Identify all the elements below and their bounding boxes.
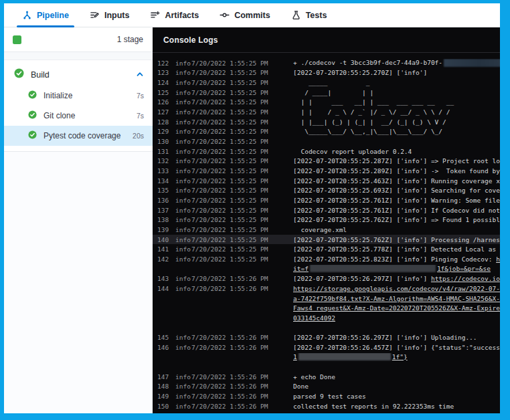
- log-line[interactable]: 145 info 7/20/2022 1:55:26 PM [2022-07-2…: [153, 332, 500, 342]
- log-line[interactable]: Faws4_request&X-Amz-Date=20220720T205526…: [153, 303, 500, 313]
- stage-group-label: Build: [31, 70, 129, 80]
- log-message: + echo Done: [293, 373, 500, 381]
- log-line[interactable]: 130 info 7/20/2022 1:55:25 PM: [153, 136, 500, 146]
- log-message: \_____\___/ \__,_|\___|\___\___/ \_/: [293, 128, 500, 135]
- log-line[interactable]: 149 info 7/20/2022 1:55:26 PM parsed 9 t…: [153, 391, 500, 401]
- log-line[interactable]: [153, 362, 500, 372]
- log-line[interactable]: 125 info 7/20/2022 1:55:25 PM / ____| | …: [153, 88, 500, 98]
- log-line[interactable]: 134 info 7/20/2022 1:55:25 PM [2022-07-2…: [153, 176, 500, 186]
- log-level: info: [175, 148, 191, 155]
- log-timestamp: 7/20/2022 1:55:25 PM: [191, 98, 293, 106]
- log-link[interactable]: 033145c4092: [293, 314, 335, 322]
- log-line[interactable]: [153, 323, 500, 333]
- tab-label: Artifacts: [165, 11, 199, 20]
- log-level: info: [175, 128, 191, 135]
- step-pytest-code-coverage[interactable]: Pytest code coverage 20s: [4, 126, 153, 146]
- log-message: [2022-07-20T20:55:26.297Z] ['info'] http…: [293, 275, 500, 282]
- log-link[interactable]: 1f&job=&pr=&se: [437, 265, 491, 272]
- log-level: info: [175, 108, 191, 116]
- log-line-number: 143: [153, 275, 175, 282]
- log-level: info: [175, 393, 191, 400]
- log-link[interactable]: it=f: [293, 265, 309, 272]
- log-link[interactable]: a-7422f759bf84.txt?X-Amz-Algorithm=AWS4-…: [293, 295, 500, 302]
- log-text-segment: [2022-07-20T20:55:25.463Z] ['info'] Runn…: [293, 177, 500, 185]
- log-line[interactable]: 129 info 7/20/2022 1:55:25 PM \_____\___…: [153, 127, 500, 137]
- log-line[interactable]: 133 info 7/20/2022 1:55:25 PM [2022-07-2…: [153, 166, 500, 176]
- log-line[interactable]: 150 info 7/20/2022 1:55:26 PM collected …: [153, 401, 500, 411]
- log-timestamp: 7/20/2022 1:55:25 PM: [191, 236, 293, 243]
- log-line[interactable]: 126 info 7/20/2022 1:55:25 PM | | ___ __…: [153, 98, 500, 108]
- log-line[interactable]: 122 info 7/20/2022 1:55:25 PM + ./codeco…: [153, 58, 500, 68]
- stage-sidebar: 1 stage Build Initialize: [4, 27, 153, 413]
- log-timestamp: 7/20/2022 1:55:25 PM: [191, 60, 293, 67]
- log-line[interactable]: 148 info 7/20/2022 1:55:26 PM Done: [153, 382, 500, 392]
- log-level: info: [175, 118, 191, 126]
- log-link[interactable]: ht: [496, 255, 500, 263]
- log-line[interactable]: 147 info 7/20/2022 1:55:26 PM + echo Don…: [153, 372, 500, 382]
- log-text-segment: [2022-07-20T20:55:25.762Z] ['info'] Proc…: [293, 236, 500, 243]
- log-line[interactable]: a-7422f759bf84.txt?X-Amz-Algorithm=AWS4-…: [153, 294, 500, 304]
- console-log-list[interactable]: 122 info 7/20/2022 1:55:25 PM + ./codeco…: [153, 53, 500, 413]
- log-link[interactable]: https://codecov.io: [431, 275, 500, 282]
- step-git-clone[interactable]: Git clone 7s: [4, 106, 153, 126]
- log-line[interactable]: 138 info 7/20/2022 1:55:25 PM [2022-07-2…: [153, 215, 500, 225]
- log-line[interactable]: 140 info 7/20/2022 1:55:25 PM [2022-07-2…: [153, 235, 500, 245]
- stage-group-build[interactable]: Build: [4, 64, 153, 86]
- log-line[interactable]: 137 info 7/20/2022 1:55:25 PM [2022-07-2…: [153, 205, 500, 215]
- step-initialize[interactable]: Initialize 7s: [4, 86, 153, 106]
- log-level: info: [175, 403, 191, 410]
- log-line-number: 128: [153, 118, 175, 126]
- tab-artifacts[interactable]: Artifacts: [150, 3, 199, 27]
- log-text-segment: [2022-07-20T20:55:25.761Z] ['info'] If C…: [293, 207, 500, 214]
- tab-commits[interactable]: Commits: [220, 3, 270, 27]
- log-line[interactable]: 131 info 7/20/2022 1:55:25 PM Codecov re…: [153, 146, 500, 156]
- log-text-segment: [2022-07-20T20:55:26.297Z] ['info'] Uplo…: [293, 334, 477, 341]
- chevron-up-icon[interactable]: [136, 69, 144, 81]
- success-check-icon: [28, 110, 37, 122]
- tests-icon: [291, 10, 301, 20]
- log-link[interactable]: 1f"}: [392, 353, 408, 360]
- log-line-number: 129: [153, 128, 175, 135]
- log-link[interactable]: 1: [293, 353, 297, 360]
- log-timestamp: 7/20/2022 1:55:25 PM: [191, 89, 293, 96]
- log-line[interactable]: it=f1f&job=&pr=&se: [153, 264, 500, 274]
- log-link[interactable]: Faws4_request&X-Amz-Date=20220720T205526…: [293, 304, 500, 312]
- log-timestamp: 7/20/2022 1:55:25 PM: [191, 216, 293, 223]
- log-line-number: 136: [153, 197, 175, 204]
- log-text-segment: [2022-07-20T20:55:25.761Z] ['info'] Warn…: [293, 197, 500, 204]
- log-message: [2022-07-20T20:55:25.693Z] ['info'] Sear…: [293, 187, 500, 194]
- log-timestamp: 7/20/2022 1:55:26 PM: [191, 403, 293, 410]
- log-text-segment: | |___| (_) | (_| | __/ (_| (_) \ V /: [293, 118, 446, 126]
- log-line[interactable]: 135 info 7/20/2022 1:55:25 PM [2022-07-2…: [153, 186, 500, 196]
- log-line[interactable]: 144 info 7/20/2022 1:55:26 PM https://st…: [153, 284, 500, 294]
- log-line[interactable]: 123 info 7/20/2022 1:55:25 PM [2022-07-2…: [153, 68, 500, 78]
- log-message: [2022-07-20T20:55:26.297Z] ['info'] Uplo…: [293, 334, 500, 341]
- log-text-segment: coverage.xml: [293, 226, 347, 233]
- log-level: info: [175, 245, 191, 253]
- tab-inputs[interactable]: Inputs: [90, 3, 130, 27]
- log-line[interactable]: 139 info 7/20/2022 1:55:25 PM coverage.x…: [153, 225, 500, 235]
- log-line[interactable]: 142 info 7/20/2022 1:55:25 PM [2022-07-2…: [153, 254, 500, 264]
- log-message: [2022-07-20T20:55:25.289Z] ['info'] -> T…: [293, 167, 500, 175]
- log-line[interactable]: 136 info 7/20/2022 1:55:25 PM [2022-07-2…: [153, 195, 500, 205]
- log-line[interactable]: 127 info 7/20/2022 1:55:25 PM | | / _ \ …: [153, 107, 500, 117]
- log-timestamp: 7/20/2022 1:55:26 PM: [191, 373, 293, 381]
- log-line[interactable]: 033145c4092: [153, 313, 500, 323]
- log-timestamp: 7/20/2022 1:55:25 PM: [191, 167, 293, 175]
- log-line-number: 144: [153, 285, 175, 292]
- tab-pipeline[interactable]: Pipeline: [22, 3, 69, 27]
- log-line[interactable]: 141 info 7/20/2022 1:55:25 PM [2022-07-2…: [153, 244, 500, 254]
- log-line[interactable]: 143 info 7/20/2022 1:55:26 PM [2022-07-2…: [153, 274, 500, 284]
- log-line-number: 138: [153, 216, 175, 223]
- log-level: info: [175, 89, 191, 96]
- log-line[interactable]: 124 info 7/20/2022 1:55:25 PM _____ _: [153, 78, 500, 88]
- log-message: / ____| | |: [293, 89, 500, 96]
- log-timestamp: 7/20/2022 1:55:25 PM: [191, 255, 293, 263]
- log-line[interactable]: 146 info 7/20/2022 1:55:26 PM [2022-07-2…: [153, 342, 500, 352]
- tab-tests[interactable]: Tests: [291, 3, 327, 27]
- log-line[interactable]: 132 info 7/20/2022 1:55:25 PM [2022-07-2…: [153, 156, 500, 167]
- log-line[interactable]: 11f"}: [153, 352, 500, 362]
- log-line[interactable]: 128 info 7/20/2022 1:55:25 PM | |___| (_…: [153, 117, 500, 127]
- log-level: info: [175, 216, 191, 223]
- log-link[interactable]: https://storage.googleapis.com/codecov/v…: [293, 285, 500, 292]
